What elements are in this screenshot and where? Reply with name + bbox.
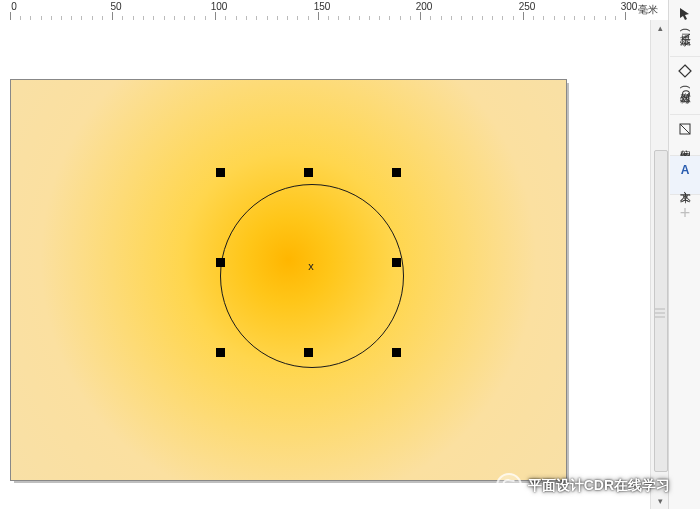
scroll-grip-icon [655,312,665,314]
ruler-tick-label: 300 [619,1,639,12]
selected-ellipse[interactable] [220,184,404,368]
scroll-thumb[interactable] [654,150,668,472]
watermark: 平面设计CDR在线学习 [496,473,670,499]
objects-icon [677,63,693,79]
scroll-grip-icon [655,308,665,310]
scroll-up-button[interactable]: ▴ [651,20,669,36]
scroll-grip-icon [655,316,665,318]
app-root: 毫米 050100150200250300 x ▴ ▾ 提示(N)对像(O)位图… [0,0,700,509]
docker-tab-hints[interactable]: 提示(N) [670,0,700,57]
selection-handle[interactable] [392,168,401,177]
docker-tab-label: 文本 [678,182,693,184]
ruler-unit-label: 毫米 [638,3,658,17]
docker-tab-objects[interactable]: 对像(O) [670,57,700,115]
wechat-icon [496,473,522,499]
canvas-area[interactable]: x [0,20,650,509]
docker-tab-label: 对像(O) [678,83,693,104]
selection-handle[interactable] [216,258,225,267]
selection-handle[interactable] [304,348,313,357]
text-icon: A [677,162,693,178]
selection-handle[interactable] [304,168,313,177]
docker-tab-label: 提示(N) [678,26,693,46]
hints-icon [677,6,693,22]
ruler-tick-label: 50 [106,1,126,12]
ruler-tick-label: 100 [209,1,229,12]
ruler-tick-label: 0 [4,1,24,12]
watermark-text: 平面设计CDR在线学习 [528,477,670,495]
selection-handle[interactable] [216,348,225,357]
selection-handle[interactable] [392,348,401,357]
ruler-tick-label: 200 [414,1,434,12]
add-docker-button[interactable]: + [680,203,691,224]
selection-handle[interactable] [216,168,225,177]
mask-icon [677,121,693,137]
selection-handle[interactable] [392,258,401,267]
docker-panel: 提示(N)对像(O)位图遮罩A文本+ [668,0,700,509]
docker-tab-label: 位图遮罩 [678,141,693,145]
selection-center-marker: x [308,261,314,272]
ruler-tick-label: 150 [312,1,332,12]
docker-tab-mask[interactable]: 位图遮罩 [670,115,700,156]
docker-tab-text[interactable]: A文本 [670,156,700,195]
vertical-scrollbar[interactable]: ▴ ▾ [650,20,669,509]
ruler-horizontal: 毫米 050100150200250300 [0,0,660,21]
ruler-tick-label: 250 [517,1,537,12]
